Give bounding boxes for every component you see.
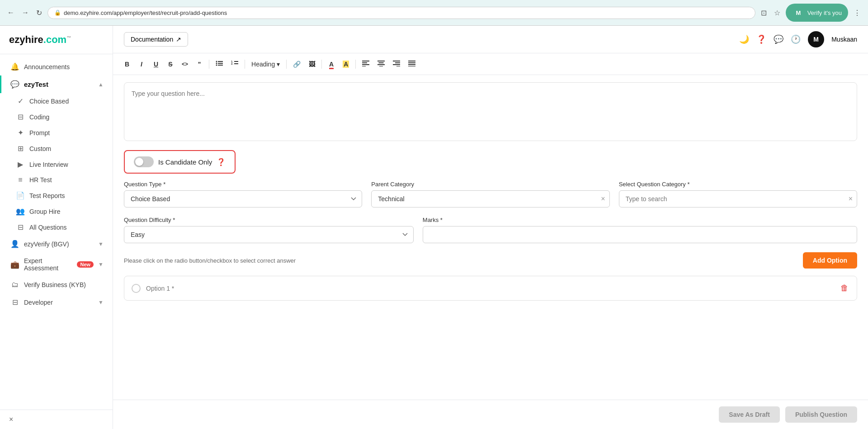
select-category-clear-button[interactable]: × [849,195,853,203]
image-button[interactable]: 🖼 [305,58,319,70]
difficulty-select[interactable]: Easy Medium Hard [124,226,414,243]
sidebar-item-ezyverify[interactable]: 👤 ezyVerify (BGV) ▼ [0,235,113,253]
align-justify-button[interactable] [405,58,419,70]
option-input[interactable] [146,285,834,292]
svg-rect-17 [379,66,383,66]
align-center-button[interactable] [374,58,388,70]
all-questions-icon: ⊟ [16,223,25,231]
unordered-list-button[interactable] [212,58,226,70]
question-type-label: Question Type * [124,181,362,188]
sidebar-item-ezytest[interactable]: 💬 ezyTest ▲ [0,75,113,93]
svg-rect-1 [218,61,223,62]
question-type-group: Question Type * Choice Based Single Choi… [124,181,362,207]
sidebar-item-all-questions[interactable]: ⊟ All Questions [7,219,113,235]
publish-question-button[interactable]: Publish Question [785,406,857,423]
sidebar-item-test-reports[interactable]: 📄 Test Reports [7,188,113,203]
bold-button[interactable]: B [120,58,134,70]
address-bar[interactable]: 🔒 demo.ezyhire.com/app/employer/test/rec… [47,7,755,19]
menu-icon[interactable]: ⋮ [852,7,863,19]
option-radio-button[interactable] [132,284,141,293]
svg-point-2 [216,63,217,64]
user-avatar[interactable]: M [808,31,824,47]
footer-bar: Save As Draft Publish Question [113,400,868,429]
add-option-button[interactable]: Add Option [803,252,857,269]
custom-label: Custom [29,145,51,152]
user-name: Muskaan [831,36,857,43]
sidebar-item-coding[interactable]: ⊟ Coding [7,109,113,125]
verify-button[interactable]: M Verify it's you [786,4,848,22]
select-category-group: Select Question Category * × [619,181,857,207]
verify-business-icon: 🗂 [10,281,19,289]
sidebar-item-verify-business[interactable]: 🗂 Verify Business (KYB) [0,276,113,293]
answer-section: Please click on the radio button/checkbo… [113,252,868,317]
history-button[interactable]: 🕐 [791,34,801,44]
sidebar-item-announcements[interactable]: 🔔 Announcements [0,58,113,75]
expert-assessment-icon: 💼 [10,260,19,269]
help-button[interactable]: ❓ [756,34,766,44]
hr-test-label: HR Test [29,176,52,184]
sidebar-item-choice-based[interactable]: ✓ Choice Based [7,93,113,109]
svg-rect-5 [218,65,223,66]
heading-dropdown-label: Heading [251,61,275,68]
bookmark-icon[interactable]: ☆ [772,7,782,19]
sidebar-item-group-hire[interactable]: 👥 Group Hire [7,203,113,219]
select-category-input[interactable] [619,190,857,207]
sidebar-item-custom[interactable]: ⊞ Custom [7,141,113,156]
italic-button[interactable]: I [135,58,148,70]
parent-category-input[interactable] [371,190,609,207]
ezytest-subnav: ✓ Choice Based ⊟ Coding ✦ Prompt ⊞ Custo… [0,93,113,235]
align-left-button[interactable] [359,58,373,70]
sidebar-item-live-interview[interactable]: ▶ Live Interview [7,156,113,172]
question-textarea[interactable] [124,82,857,141]
back-button[interactable]: ← [5,7,16,19]
forward-button[interactable]: → [20,7,31,19]
svg-rect-22 [408,61,415,61]
heading-dropdown-button[interactable]: Heading ▾ [248,58,283,70]
toolbar-sep-5 [355,60,356,69]
expert-assessment-badge: New [77,261,94,268]
sidebar-item-developer[interactable]: ⊟ Developer ▼ [0,293,113,311]
sidebar-item-hr-test[interactable]: ≡ HR Test [7,172,113,188]
sidebar-item-prompt[interactable]: ✦ Prompt [7,125,113,141]
dark-mode-button[interactable]: 🌙 [739,34,749,44]
svg-rect-23 [408,62,415,63]
verify-business-label: Verify Business (KYB) [24,281,86,288]
parent-category-group: Parent Category × [371,181,609,207]
code-button[interactable]: <> [178,59,192,70]
editor-toolbar: B I U S <> " 1.2. Heading ▾ 🔗 [113,53,868,75]
question-type-select[interactable]: Choice Based Single Choice Multiple Choi… [124,190,362,207]
expert-assessment-chevron: ▼ [98,261,104,268]
toolbar-sep-1 [209,60,209,69]
svg-rect-16 [377,64,385,65]
ezyverify-label: ezyVerify (BGV) [24,240,69,248]
text-color-button[interactable]: A [325,58,338,70]
documentation-button[interactable]: Documentation ↗ [124,32,188,47]
developer-icon: ⊟ [10,298,19,306]
coding-label: Coding [29,113,49,121]
live-interview-label: Live Interview [29,161,68,168]
header-icons: 🌙 ❓ 💬 🕐 M Muskaan [739,31,857,47]
chat-button[interactable]: 💬 [774,34,783,44]
candidate-only-help-icon[interactable]: ❓ [217,158,226,166]
link-button[interactable]: 🔗 [289,58,304,70]
ordered-list-button[interactable]: 1.2. [227,58,242,70]
save-draft-button[interactable]: Save As Draft [719,406,780,423]
candidate-only-toggle[interactable] [134,156,154,167]
browser-chrome: ← → ↻ 🔒 demo.ezyhire.com/app/employer/te… [0,0,868,26]
screen-icon[interactable]: ⊡ [759,7,769,19]
marks-input[interactable] [423,226,857,243]
strikethrough-button[interactable]: S [164,58,177,70]
parent-category-clear-button[interactable]: × [601,195,605,203]
underline-button[interactable]: U [149,58,163,70]
refresh-button[interactable]: ↻ [34,7,44,19]
align-right-button[interactable] [389,58,404,70]
sidebar-close-button[interactable]: × [9,415,13,423]
highlight-button[interactable]: A [339,58,353,70]
sidebar-item-expert-assessment[interactable]: 💼 Expert Assessment New ▼ [0,253,113,276]
option-delete-button[interactable]: 🗑 [840,283,849,294]
toolbar-sep-3 [286,60,287,69]
toolbar-sep-4 [321,60,322,69]
prompt-label: Prompt [29,129,50,137]
difficulty-label: Question Difficulty * [124,217,414,223]
blockquote-button[interactable]: " [193,58,206,70]
